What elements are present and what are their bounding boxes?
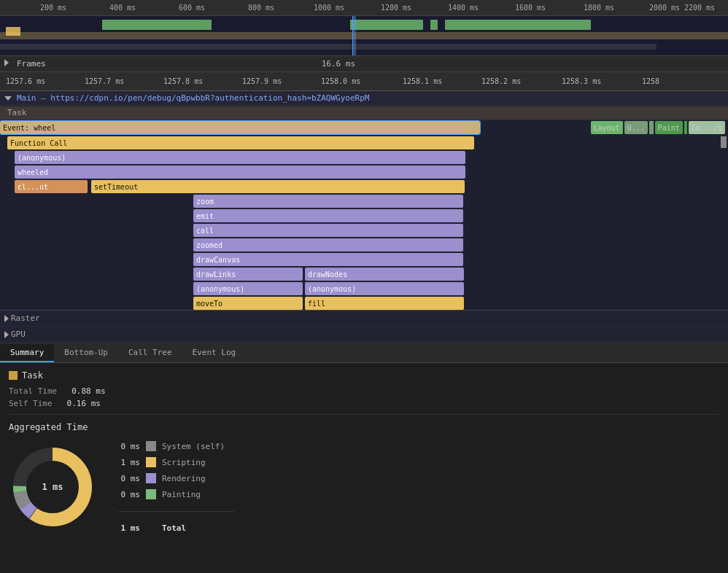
legend-rendering: 0 ms Rendering [118,473,235,483]
legend-painting-color [146,489,156,499]
main-flame-section: Main — https://cdpn.io/pen/debug/qBpwbbR… [0,91,728,311]
fill-item[interactable]: fill [305,297,464,310]
legend-painting-value: 0 ms [118,490,140,499]
legend-total-name: Total [162,523,186,533]
total-time-label: Total Time [9,386,57,396]
legend-scripting: 1 ms Scripting [118,457,235,467]
total-time-value: 0.88 ms [71,386,105,396]
draw-canvas-row[interactable]: drawCanvas [0,252,728,266]
legend-system: 0 ms System (self) [118,441,235,451]
moveto-item[interactable]: moveTo [193,297,303,310]
ruler-tick: 200 ms [40,4,66,12]
zoom-tick: 1257.7 ms [85,77,124,85]
event-wheel-row[interactable]: Event: wheel Layout U... Paint Co...rs [0,120,728,135]
anon-anon-row[interactable]: (anonymous) (anonymous) [0,281,728,295]
event-wheel-item[interactable]: Event: wheel [0,121,480,134]
zoom-tick: 1258.2 ms [481,77,521,85]
task-color-swatch [9,371,18,380]
layout-event: Layout [591,121,623,134]
zoom-ruler: 1257.6 ms 1257.7 ms 1257.8 ms 1257.9 ms … [0,72,728,91]
ruler-tick: 600 ms [179,4,205,12]
ruler-tick: 1000 ms [314,4,344,12]
tab-summary[interactable]: Summary [0,344,54,362]
legend-total-value: 1 ms [118,523,140,533]
zoomed-item[interactable]: zoomed [193,238,463,252]
task-name-label: Task [22,370,43,381]
self-time-row: Self Time 0.16 ms [9,399,719,408]
gpu-row[interactable]: GPU [0,327,728,343]
wheeled-row[interactable]: wheeled [0,164,728,179]
anon-left-item[interactable]: (anonymous) [193,282,303,295]
frames-bar[interactable]: Frames 16.6 ms [0,56,728,72]
zoom-tick: 1258 [642,77,659,85]
zoom-tick: 1258.1 ms [403,77,442,85]
clut-row[interactable]: cl...ut setTimeout [0,179,728,193]
legend-rendering-color [146,473,156,483]
call-row[interactable]: call [0,222,728,237]
emit-item[interactable]: emit [193,209,463,222]
summary-panel: Task Total Time 0.88 ms Self Time 0.16 m… [0,363,728,540]
raster-row[interactable]: Raster [0,311,728,327]
legend-system-color [146,441,156,451]
settimeout-item[interactable]: setTimeout [91,180,465,193]
function-call-item[interactable]: Function Call [7,136,474,149]
paint-event-bar [684,121,687,134]
donut-chart: 1 ms [9,443,96,531]
tab-event-log[interactable]: Event Log [182,344,247,362]
draw-links-item[interactable]: drawLinks [193,268,303,281]
raster-expand-icon[interactable] [4,315,9,322]
main-thread-header[interactable]: Main — https://cdpn.io/pen/debug/qBpwbbR… [0,91,728,106]
ruler-tick: 2200 ms [684,4,715,12]
gpu-expand-icon[interactable] [4,331,9,338]
ruler-tick: 1200 ms [381,4,411,12]
emit-row[interactable]: emit [0,208,728,222]
tab-bottom-up[interactable]: Bottom-Up [54,344,118,362]
raster-label: Raster [11,313,40,323]
gpu-label: GPU [11,330,26,339]
zoom-tick: 1258.0 ms [321,77,360,85]
ruler-tick: 2000 ms [649,4,680,12]
draw-nodes-item[interactable]: drawNodes [305,268,464,281]
ruler-tick: 1600 ms [515,4,546,12]
zoom-item[interactable]: zoom [193,195,463,208]
anonymous-item-1[interactable]: (anonymous) [15,151,465,164]
task-title-row: Task [9,370,719,381]
legend-system-value: 0 ms [118,442,140,451]
overview-flame[interactable] [0,16,728,56]
aggregated-content: 1 ms 0 ms System (self) 1 ms Scripting 0… [9,441,719,533]
update-event: U... [624,121,648,134]
anonymous-row-1[interactable]: (anonymous) [0,149,728,164]
tab-call-tree[interactable]: Call Tree [118,344,182,362]
donut-label: 1 ms [42,482,63,492]
zoomed-row[interactable]: zoomed [0,237,728,252]
frames-collapse-icon[interactable] [4,59,11,69]
zoom-tick: 1257.6 ms [6,77,45,85]
task-row: Task [0,106,728,120]
frames-label: Frames [17,59,46,69]
legend-scripting-value: 1 ms [118,458,140,467]
draw-canvas-item[interactable]: drawCanvas [193,253,463,266]
legend-scripting-color [146,457,156,467]
self-time-value: 0.16 ms [67,399,101,408]
wheeled-item[interactable]: wheeled [15,165,465,179]
ruler-tick: 400 ms [109,4,136,12]
clut-item[interactable]: cl...ut [15,180,88,193]
ruler-tick: 1400 ms [448,4,479,12]
update-event-bar [649,121,654,134]
anon-right-item[interactable]: (anonymous) [305,282,464,295]
ruler-tick: 1800 ms [584,4,614,12]
total-time-row: Total Time 0.88 ms [9,386,719,396]
zoom-row[interactable]: zoom [0,193,728,208]
bottom-tabs: Summary Bottom-Up Call Tree Event Log [0,343,728,363]
zoom-tick: 1257.9 ms [242,77,282,85]
call-item[interactable]: call [193,224,463,237]
function-call-row[interactable]: Function Call [0,135,728,149]
zoom-tick: 1257.8 ms [163,77,203,85]
main-collapse-icon[interactable] [4,96,12,101]
moveto-row[interactable]: moveTo fill [0,295,728,310]
composite-event: Co...rs [689,121,725,134]
paint-event: Paint [655,121,683,134]
draw-links-row[interactable]: drawLinks drawNodes [0,266,728,281]
legend: 0 ms System (self) 1 ms Scripting 0 ms R… [118,441,235,533]
legend-system-name: System (self) [162,442,225,451]
